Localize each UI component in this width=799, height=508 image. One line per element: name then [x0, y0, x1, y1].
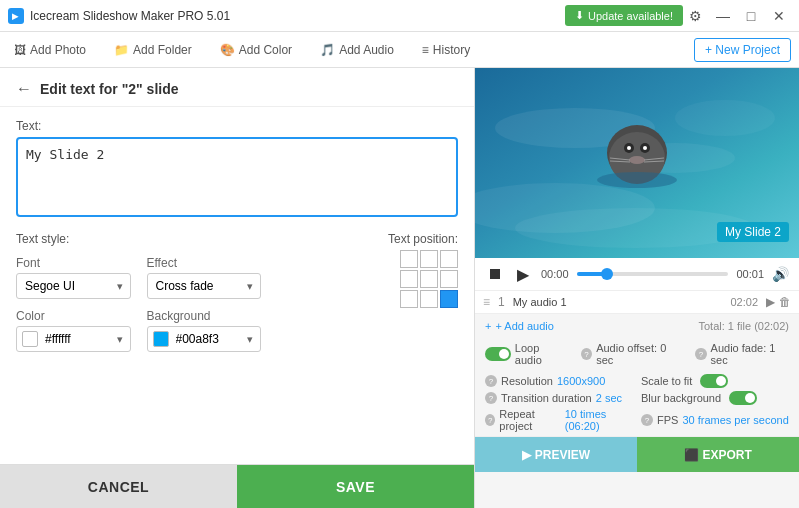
text-label: Text:: [16, 119, 458, 133]
volume-icon[interactable]: 🔊: [772, 266, 789, 282]
position-grid[interactable]: [400, 250, 458, 308]
svg-text:▶: ▶: [12, 12, 19, 21]
pos-cell-0[interactable]: [400, 250, 418, 268]
position-label: Text position:: [388, 232, 458, 246]
edit-title: Edit text for "2" slide: [40, 81, 179, 97]
cancel-button[interactable]: CANCEL: [0, 465, 237, 508]
add-color-button[interactable]: 🎨 Add Color: [214, 39, 298, 61]
pos-cell-3[interactable]: [400, 270, 418, 288]
scale-row: Scale to fit: [641, 374, 789, 388]
export-button[interactable]: ⬛ EXPORT: [637, 437, 799, 472]
main-area: ← Edit text for "2" slide Text: My Slide…: [0, 68, 799, 508]
color-select-wrapper: #ffffff #000000 #ff0000: [16, 326, 131, 352]
edit-header: ← Edit text for "2" slide: [0, 68, 474, 107]
repeat-label: Repeat project: [499, 408, 560, 432]
photo-icon: 🖼: [14, 43, 26, 57]
loop-audio-toggle[interactable]: [485, 347, 511, 361]
font-select-wrapper: Segoe UI Arial Times New Roman Verdana: [16, 273, 131, 299]
style-label: Text style:: [16, 232, 261, 246]
audio-offset-label: Audio offset: 0 sec: [596, 342, 679, 366]
help-icon-fade[interactable]: ?: [695, 348, 706, 360]
color-select[interactable]: #ffffff #000000 #ff0000: [16, 326, 131, 352]
audio-delete-button[interactable]: 🗑: [779, 295, 791, 309]
new-project-button[interactable]: + New Project: [694, 38, 791, 62]
color-bg-row: Color #ffffff #000000 #ff0000: [16, 309, 261, 352]
close-button[interactable]: ✕: [767, 4, 791, 28]
font-effect-row: Font Segoe UI Arial Times New Roman Verd…: [16, 256, 261, 299]
back-button[interactable]: ←: [16, 80, 32, 98]
scale-toggle[interactable]: [700, 374, 728, 388]
add-audio-toolbar-button[interactable]: 🎵 Add Audio: [314, 39, 400, 61]
resolution-label: Resolution: [501, 375, 553, 387]
text-input[interactable]: My Slide 2: [16, 137, 458, 217]
add-folder-button[interactable]: 📁 Add Folder: [108, 39, 198, 61]
audio-list-item: ≡ 1 My audio 1 02:02 ▶ 🗑: [475, 291, 799, 314]
color-icon: 🎨: [220, 43, 235, 57]
history-button[interactable]: ≡ History: [416, 39, 476, 61]
audio-fade-option: ? Audio fade: 1 sec: [695, 342, 789, 366]
left-panel: ← Edit text for "2" slide Text: My Slide…: [0, 68, 475, 508]
preview-button[interactable]: ▶ PREVIEW: [475, 437, 637, 472]
pos-cell-2[interactable]: [440, 250, 458, 268]
maximize-button[interactable]: □: [739, 4, 763, 28]
pos-cell-7[interactable]: [420, 290, 438, 308]
font-label: Font: [16, 256, 131, 270]
svg-point-14: [629, 156, 645, 164]
fps-label: FPS: [657, 414, 678, 426]
effect-select[interactable]: Cross fade Fade Slide Zoom None: [147, 273, 262, 299]
history-icon: ≡: [422, 43, 429, 57]
bg-select-wrapper: #00a8f3 #000000 transparent: [147, 326, 262, 352]
pos-cell-1[interactable]: [420, 250, 438, 268]
audio-duration: 02:02: [730, 296, 758, 308]
form-area: Text: My Slide 2 Text style: Font Segoe …: [0, 107, 474, 464]
video-preview: My Slide 2: [475, 68, 799, 258]
bottom-buttons: CANCEL SAVE: [0, 464, 474, 508]
repeat-row: ? Repeat project 10 times (06:20): [485, 408, 633, 432]
bg-select[interactable]: #00a8f3 #000000 transparent: [147, 326, 262, 352]
pos-cell-5[interactable]: [440, 270, 458, 288]
audio-controls: ▶ 🗑: [766, 295, 791, 309]
transition-value: 2 sec: [596, 392, 622, 404]
help-icon-transition[interactable]: ?: [485, 392, 497, 404]
pos-cell-8[interactable]: [440, 290, 458, 308]
font-select[interactable]: Segoe UI Arial Times New Roman Verdana: [16, 273, 131, 299]
help-icon-offset[interactable]: ?: [581, 348, 592, 360]
title-bar: ▶ Icecream Slideshow Maker PRO 5.01 ⬇ Up…: [0, 0, 799, 32]
position-section: Text position:: [388, 232, 458, 308]
stop-button[interactable]: ⏹: [485, 264, 505, 284]
help-icon-resolution[interactable]: ?: [485, 375, 497, 387]
svg-point-6: [675, 100, 775, 136]
audio-index: 1: [498, 295, 505, 309]
list-icon: ≡: [483, 295, 490, 309]
blur-toggle-knob: [745, 393, 755, 403]
download-icon: ⬇: [575, 9, 584, 22]
effect-select-wrapper: Cross fade Fade Slide Zoom None: [147, 273, 262, 299]
style-col: Text style: Font Segoe UI Arial Times Ne…: [16, 232, 261, 352]
update-button[interactable]: ⬇ Update available!: [565, 5, 683, 26]
progress-track[interactable]: [577, 272, 729, 276]
pos-cell-4[interactable]: [420, 270, 438, 288]
svg-point-12: [627, 146, 631, 150]
pos-cell-6[interactable]: [400, 290, 418, 308]
slide-overlay-text: My Slide 2: [717, 222, 789, 242]
minimize-button[interactable]: —: [711, 4, 735, 28]
export-icon: ⬛: [684, 448, 699, 462]
audio-play-button[interactable]: ▶: [766, 295, 775, 309]
progress-thumb: [601, 268, 613, 280]
add-audio-link[interactable]: + + Add audio: [485, 320, 554, 332]
settings-icon[interactable]: ⚙: [683, 4, 707, 28]
help-icon-fps[interactable]: ?: [641, 414, 653, 426]
repeat-value: 10 times (06:20): [565, 408, 633, 432]
time-end: 00:01: [736, 268, 764, 280]
loop-toggle-knob: [499, 349, 509, 359]
app-title: Icecream Slideshow Maker PRO 5.01: [30, 9, 565, 23]
play-button[interactable]: ▶: [513, 264, 533, 284]
help-icon-repeat[interactable]: ?: [485, 414, 495, 426]
app-icon: ▶: [8, 8, 24, 24]
add-photo-button[interactable]: 🖼 Add Photo: [8, 39, 92, 61]
transition-row: ? Transition duration 2 sec: [485, 391, 633, 405]
bg-group: Background #00a8f3 #000000 transparent: [147, 309, 262, 352]
preview-play-icon: ▶: [522, 448, 531, 462]
blur-toggle[interactable]: [729, 391, 757, 405]
save-button[interactable]: SAVE: [237, 465, 474, 508]
